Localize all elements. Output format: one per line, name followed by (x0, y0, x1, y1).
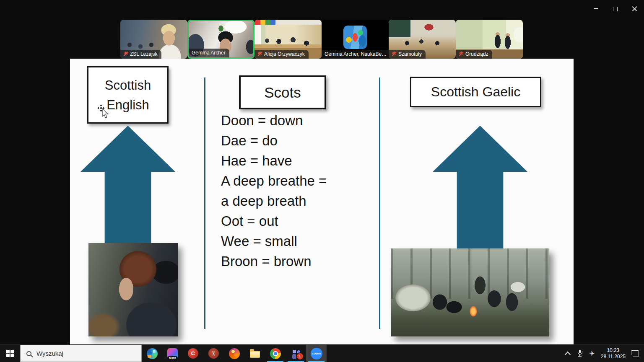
taskbar: M365 C 1 zoom ✈ 10:23 28.11.2025 (0, 344, 644, 362)
zoom-icon: zoom (311, 348, 322, 359)
participant-nametag: Gemma Archer, NaukaBez... (322, 50, 389, 59)
vocab-line: Wee = small (221, 231, 364, 251)
taskbar-firefox-button[interactable] (224, 345, 244, 362)
outlander-portrait-image (88, 243, 178, 336)
close-icon (632, 6, 637, 11)
taskbar-teams-button[interactable]: 1 (286, 345, 306, 362)
vocab-line: a deep breath (221, 191, 364, 211)
vocab-line: A deep breathe = (221, 171, 364, 191)
profile-avatar-logo (343, 26, 367, 49)
video-tile-zsl-lezajsk[interactable]: ZSL Leżajsk (120, 20, 187, 59)
firefox-icon (229, 348, 240, 359)
vocab-line: Hae = have (221, 151, 364, 171)
close-button[interactable] (625, 0, 644, 17)
participant-name: Gemma Archer, NaukaBez... (325, 51, 387, 57)
m365-label: M365 (168, 356, 177, 359)
notification-badge: 1 (296, 352, 304, 360)
windows-logo-icon (6, 350, 14, 357)
chrome-icon (270, 348, 281, 359)
video-tile-gemma-archer[interactable]: Gemma Archer (187, 20, 254, 59)
participant-name: Szamotuły (398, 51, 422, 57)
column-title: Scots (264, 84, 301, 101)
ccleaner-icon: C (188, 348, 198, 359)
vocab-line: Dae = do (221, 131, 364, 151)
tray-microphone-button[interactable] (576, 345, 583, 362)
label-box-scottish-gaelic: Scottish Gaelic (410, 77, 541, 107)
restore-icon (613, 7, 618, 11)
scots-vocabulary-list: Doon = down Dae = do Hae = have A deep b… (221, 111, 364, 272)
participant-nametag: Alicja Grzywaczyk (254, 50, 309, 59)
vocab-line: Oot = out (221, 211, 364, 231)
action-center-icon (631, 350, 639, 357)
file-explorer-icon (250, 351, 260, 358)
taskbar-m365-copilot-button[interactable]: M365 (162, 345, 183, 362)
participant-nametag: ZSL Leżajsk (120, 50, 161, 59)
participant-nametag: Grudziądz (456, 50, 492, 59)
desktop: ZSL Leżajsk Gemma Archer Alicja Grzywacz… (0, 0, 644, 362)
tray-network-button[interactable]: ✈ (589, 345, 595, 362)
divider-line-right (379, 78, 380, 329)
ccleaner-letter: C (191, 350, 195, 357)
mic-muted-icon (459, 52, 463, 57)
taskbar-snipping-tool-button[interactable] (203, 345, 224, 362)
tray-chevron-button[interactable] (564, 345, 571, 362)
edge-icon (147, 348, 158, 359)
window-titlebar (0, 0, 644, 17)
taskbar-zoom-button[interactable]: zoom (306, 345, 327, 362)
mic-muted-icon (123, 52, 128, 57)
mic-muted-icon (257, 52, 262, 57)
minimize-button[interactable] (586, 0, 605, 17)
participant-name: ZSL Leżajsk (130, 51, 158, 57)
participant-nametag: Gemma Archer (189, 49, 229, 57)
vocab-line: Broon = brown (221, 251, 364, 272)
system-tray: ✈ 10:23 28.11.2025 (564, 345, 644, 362)
chevron-up-icon (565, 352, 571, 357)
tray-clock[interactable]: 10:23 28.11.2025 (601, 345, 626, 362)
clock-time: 10:23 (601, 347, 626, 354)
video-tile-gemma-archer-naukabez[interactable]: Gemma Archer, NaukaBez... (322, 20, 389, 59)
airplane-mode-icon: ✈ (589, 350, 595, 357)
taskbar-search[interactable] (20, 345, 142, 362)
snipping-tool-icon (208, 348, 219, 359)
participant-nametag: Szamotuły (389, 50, 426, 59)
participant-name: Grudziądz (465, 51, 488, 57)
video-tile-szamotuly[interactable]: Szamotuły (389, 20, 456, 59)
highlanders-campfire-image (391, 248, 549, 336)
column-title: Scottish Gaelic (431, 84, 520, 100)
divider-line-left (204, 78, 205, 329)
participant-name: Gemma Archer (192, 50, 226, 56)
action-center-button[interactable] (631, 345, 639, 362)
taskbar-edge-button[interactable] (142, 345, 162, 362)
label-box-scots: Scots (239, 75, 326, 109)
mouse-move-cursor (97, 104, 111, 119)
restore-button[interactable] (605, 0, 625, 17)
participant-strip: ZSL Leżajsk Gemma Archer Alicja Grzywacz… (120, 20, 524, 59)
microphone-icon (577, 350, 582, 357)
taskbar-file-explorer-button[interactable] (244, 345, 265, 362)
search-icon (26, 351, 33, 357)
search-input[interactable] (21, 349, 138, 357)
mic-muted-icon (392, 52, 396, 57)
m365-copilot-icon: M365 (167, 348, 178, 359)
up-arrow-right (433, 126, 527, 256)
participant-name: Alicja Grzywaczyk (264, 51, 305, 57)
minimize-icon (594, 8, 598, 9)
clock-date: 28.11.2025 (601, 354, 626, 360)
vocab-line: Doon = down (221, 111, 364, 131)
taskbar-ccleaner-button[interactable]: C (183, 345, 203, 362)
teams-icon: 1 (291, 348, 301, 359)
start-button[interactable] (0, 345, 20, 362)
shared-slide: Scottish English Scots Doon = down Dae =… (70, 59, 574, 344)
taskbar-chrome-button[interactable] (265, 345, 286, 362)
video-tile-grudziadz[interactable]: Grudziądz (456, 20, 523, 59)
video-tile-alicja-grzywaczyk[interactable]: Alicja Grzywaczyk (254, 20, 322, 59)
